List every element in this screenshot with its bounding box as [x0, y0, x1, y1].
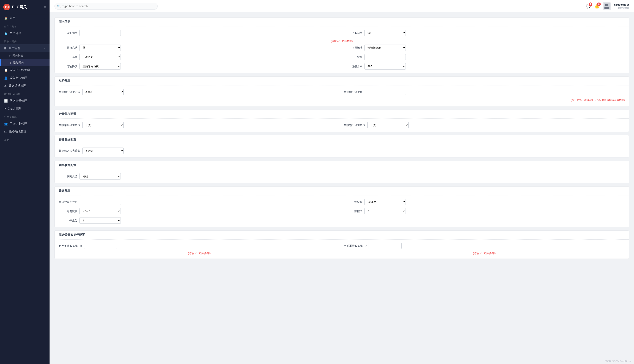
form-group-freeze: 是否冻结 是否	[59, 44, 340, 51]
label-data-bits: 数据位	[344, 210, 362, 213]
sidebar-item-home[interactable]: 🏠 首页 ‹	[0, 14, 50, 22]
chevron-right-icon: ‹	[44, 32, 46, 35]
select-plc-station[interactable]: 000102	[364, 30, 406, 36]
label-device-id: 设备编号	[59, 31, 78, 35]
bell-notification-btn[interactable]: 🔔 8	[594, 4, 600, 9]
input-device-id[interactable]	[80, 30, 121, 36]
select-protocol[interactable]: 三菱专用协议Modbus	[80, 63, 121, 70]
sidebar-sub-gateway-list[interactable]: ○ 网关列表	[0, 52, 50, 59]
select-amplify[interactable]: 不放大10倍100倍	[82, 148, 124, 154]
select-baud-rate[interactable]: 600bps1200bps2400bps4800bps9600bps	[364, 199, 406, 205]
select-brand[interactable]: 三菱PLC西门子欧姆龙	[80, 54, 121, 60]
circle-icon: ○	[9, 54, 11, 57]
grid-icon: ⊞	[4, 47, 6, 50]
form-row-cumulative: 触发条件数据元 M 当前重量数据元 D	[59, 243, 625, 249]
search-box: 🔍	[54, 3, 158, 10]
form-row-overflow: 数据输出溢价方式 不溢价百分比指定数量 数据输出溢价值	[59, 89, 625, 95]
form-group-overflow-value: 数据输出溢价值	[344, 89, 625, 95]
sidebar-sub-add-gateway[interactable]: ○ 添加网关	[0, 59, 50, 66]
chevron-right-icon: ‹	[44, 84, 46, 87]
sidebar-item-label: 设备调试管理	[9, 84, 26, 88]
sidebar-item-label: 生产订单	[10, 31, 21, 35]
input-overflow-value[interactable]	[365, 89, 406, 95]
search-input[interactable]	[54, 3, 158, 10]
sidebar-item-device-location[interactable]: 👤 设备定位管理 ‹	[0, 74, 50, 82]
chevron-right-icon: ‹	[44, 76, 46, 80]
sidebar-item-crash-mgmt[interactable]: ? Crash管理 ‹	[0, 105, 50, 113]
select-freeze[interactable]: 是否	[80, 44, 121, 51]
hint-current-weight: (请输入1-3位纯数字)	[473, 252, 496, 256]
message-notification-btn[interactable]: 💬 1	[586, 4, 591, 9]
chevron-right-icon: ‹	[44, 107, 46, 110]
select-connection[interactable]: 485232TCP	[364, 63, 406, 70]
sidebar-item-label: 网络流量管理	[10, 99, 27, 103]
form-group-serial-file: 串口设备文件名	[59, 199, 340, 205]
form-group-network-type: 联网类型 网线4GWiFi	[59, 173, 340, 180]
chevron-right-icon: ‹	[44, 17, 46, 20]
section-network-title: 网络联网配置	[55, 161, 629, 170]
form-group-parity: 奇偶校验 NONEODDEVEN	[59, 208, 340, 214]
sidebar-item-gateway-mgmt[interactable]: ⊞ 网关管理 ∨	[0, 44, 50, 52]
sidebar-item-site-mgmt[interactable]: 🏷 设备场地管理 ‹	[0, 128, 50, 136]
section-transfer-config: 传输数据配置 数据输入放大倍数 不放大10倍100倍	[54, 135, 629, 158]
section-unit-config: 计量单位配置 数据采集称重单位 千克克吨 数据输出称重单位 千克克吨	[54, 110, 629, 132]
select-output-unit[interactable]: 千克克吨	[367, 122, 409, 128]
label-stop-bits: 停止位	[59, 219, 78, 222]
avatar	[603, 2, 611, 10]
select-stop-bits[interactable]: 11.52	[80, 217, 121, 224]
form-group-output-unit: 数据输出称重单位 千克克吨	[344, 122, 625, 128]
svg-text:PLC: PLC	[5, 6, 10, 8]
input-model[interactable]	[364, 54, 406, 60]
circle-icon: ○	[10, 61, 11, 64]
sidebar-item-production-order[interactable]: 💧 生产订单 ‹	[0, 29, 50, 37]
select-collect-unit[interactable]: 千克克吨	[82, 122, 124, 128]
input-current-weight[interactable]	[368, 243, 402, 249]
label-baud-rate: 波特率	[344, 200, 362, 204]
message-badge: 1	[588, 2, 592, 6]
section-unit-title: 计量单位配置	[55, 110, 629, 119]
user-name: nYuserRoot	[614, 3, 629, 6]
form-row-serial: 串口设备文件名 波特率 600bps1200bps2400bps4800bps9…	[59, 199, 625, 205]
select-parity[interactable]: NONEODDEVEN	[80, 208, 121, 214]
label-freeze: 是否冻结	[59, 46, 78, 50]
sidebar-item-client-mgmt[interactable]: 👥 甲方企业管理 ‹	[0, 120, 50, 128]
hint-device-id: (请输入11位纯数字)	[59, 39, 625, 44]
app-title: PLC网关	[12, 4, 27, 10]
sidebar-sub-label: 网关列表	[12, 54, 23, 58]
form-group-baud-rate: 波特率 600bps1200bps2400bps4800bps9600bps	[344, 199, 625, 205]
topbar: 🔍 💬 1 🔔 8 nYuserRoot 超级管理员	[50, 0, 634, 12]
section-network-body: 联网类型 网线4GWiFi	[55, 170, 629, 183]
hint-trigger: (请输入1-3位纯数字)	[188, 252, 210, 256]
form-group-stop-bits: 停止位 11.52	[59, 217, 340, 224]
label-plc-station: PLC站号	[344, 31, 362, 35]
label-protocol: 传输协议	[59, 64, 78, 68]
sidebar-item-label: Crash管理	[8, 107, 21, 110]
section-basic-info: 基本信息 设备编号 PLC站号 000102 (请输入11位纯数字)	[54, 17, 629, 73]
drop-icon: 💧	[4, 32, 8, 35]
select-site[interactable]: 请选择场地	[364, 44, 406, 51]
select-network-type[interactable]: 网线4GWiFi	[80, 173, 121, 180]
section-device-body: 串口设备文件名 波特率 600bps1200bps2400bps4800bps9…	[55, 196, 629, 227]
label-overflow-method: 数据输出溢价方式	[59, 90, 80, 94]
sidebar-item-network-traffic[interactable]: 📊 网络流量管理 ‹	[0, 97, 50, 105]
warning-icon: ⚠	[4, 84, 7, 88]
input-serial-file[interactable]	[80, 199, 121, 205]
prefix-d: D	[365, 244, 366, 248]
menu-toggle-icon[interactable]: ≡	[44, 5, 46, 9]
section-cumulative-title: 累计重量数据元配置	[55, 231, 629, 240]
select-data-bits[interactable]: 5678	[364, 208, 406, 214]
label-amplify: 数据输入放大倍数	[59, 149, 80, 153]
form-row-unit: 数据采集称重单位 千克克吨 数据输出称重单位 千克克吨	[59, 122, 625, 128]
form-row-cumulative-hints: (请输入1-3位纯数字) (请输入1-3位纯数字)	[59, 252, 625, 255]
sidebar-item-label: 设备上下线管理	[10, 68, 30, 72]
section-basic-info-title: 基本信息	[55, 18, 629, 26]
sidebar-item-device-debug[interactable]: ⚠ 设备调试管理 ‹	[0, 82, 50, 90]
section-basic-info-body: 设备编号 PLC站号 000102 (请输入11位纯数字) 是否冻结	[55, 26, 629, 73]
label-parity: 奇偶校验	[59, 210, 78, 213]
select-overflow-method[interactable]: 不溢价百分比指定数量	[82, 89, 124, 95]
section-transfer-body: 数据输入放大倍数 不放大10倍100倍	[55, 144, 629, 157]
form-row-parity: 奇偶校验 NONEODDEVEN 数据位 5678	[59, 208, 625, 214]
label-collect-unit: 数据采集称重单位	[59, 124, 80, 127]
sidebar-item-device-online[interactable]: 📋 设备上下线管理 ‹	[0, 66, 50, 74]
input-trigger[interactable]	[84, 243, 117, 249]
